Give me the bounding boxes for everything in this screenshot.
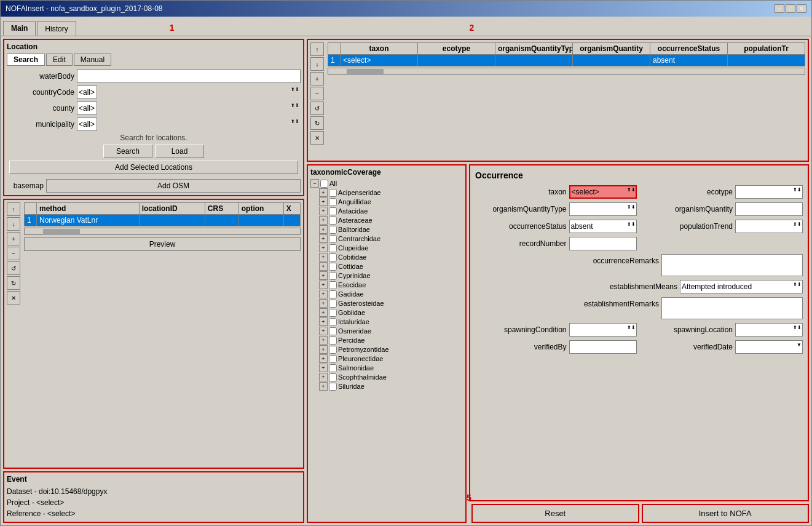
loc-minus-button[interactable]: − — [7, 247, 20, 260]
loc-up-button[interactable]: ↑ — [7, 202, 20, 216]
maximize-button[interactable]: □ — [786, 4, 795, 13]
tree-check-astacidae[interactable] — [329, 207, 337, 215]
tree-expand-salmonidae[interactable]: + — [319, 364, 328, 372]
waterbody-input[interactable] — [77, 70, 301, 83]
tree-expand-gobiidae[interactable]: + — [319, 308, 328, 317]
event-project[interactable]: Project - <select> — [7, 497, 301, 508]
table-row[interactable]: 1 Norwegian VatLnr — [25, 215, 301, 226]
loc-scrollbar-h[interactable] — [24, 228, 301, 235]
loc-redo2-button[interactable]: ↻ — [7, 276, 20, 290]
tree-expand-esocidae[interactable]: + — [319, 281, 328, 289]
tree-check-pleuronectidae[interactable] — [329, 355, 337, 363]
municipality-select[interactable]: <all> — [77, 118, 97, 131]
tab-history[interactable]: History — [37, 21, 76, 36]
occremarks-textarea[interactable] — [661, 254, 803, 276]
estremarks-textarea[interactable] — [661, 297, 803, 319]
estmeans-select[interactable]: Attempted introduced — [680, 280, 803, 293]
top-redo1-button[interactable]: ↺ — [310, 102, 324, 115]
tree-expand-gasterosteidae[interactable]: + — [319, 299, 328, 308]
table-row[interactable]: 1 <select> absent — [328, 55, 805, 66]
orgqtytype-select[interactable] — [569, 202, 637, 216]
tree-expand-anguillidae[interactable]: + — [319, 197, 328, 206]
occstatus-select[interactable]: absent — [569, 220, 637, 233]
close-button[interactable]: ✕ — [797, 4, 806, 13]
top-minus-button[interactable]: − — [310, 87, 324, 100]
tree-check-petromyzontidae[interactable] — [329, 346, 337, 354]
reset-button[interactable]: Reset — [471, 504, 639, 523]
tree-check-cobitidae[interactable] — [329, 253, 337, 261]
tree-expand-cobitidae[interactable]: + — [319, 253, 328, 261]
verifieddate-select[interactable] — [735, 340, 803, 354]
tree-check-salmonidae[interactable] — [329, 364, 337, 372]
tree-expand-siluridae[interactable]: + — [319, 382, 328, 391]
tree-check-gasterosteidae[interactable] — [329, 300, 337, 308]
top-redo2-button[interactable]: ↻ — [310, 116, 324, 130]
tree-expand-osmeridae[interactable]: + — [319, 327, 328, 335]
tree-expand-scophthalmidae[interactable]: + — [319, 373, 328, 381]
top-down-button[interactable]: ↓ — [310, 57, 324, 71]
top-up-button[interactable]: ↑ — [310, 42, 324, 56]
orgqty-input[interactable] — [735, 202, 803, 216]
tree-expand-cyprinidae[interactable]: + — [319, 271, 328, 280]
minimize-button[interactable]: − — [775, 4, 784, 13]
tree-expand-percidae[interactable]: + — [319, 336, 328, 345]
loc-plus-button[interactable]: + — [7, 232, 20, 245]
tree-check-centrarchidae[interactable] — [329, 235, 337, 243]
tree-check-all[interactable] — [320, 180, 328, 188]
ecotype-select[interactable] — [735, 185, 803, 199]
preview-button[interactable]: Preview — [24, 237, 301, 251]
load-button[interactable]: Load — [155, 145, 204, 158]
poptrend-select[interactable] — [735, 220, 803, 233]
search-button[interactable]: Search — [103, 145, 152, 158]
tree-expand-astacidae[interactable]: + — [319, 207, 328, 215]
tree-check-esocidae[interactable] — [329, 281, 337, 289]
tree-expand-cottidae[interactable]: + — [319, 262, 328, 271]
inner-tab-manual[interactable]: Manual — [74, 54, 111, 66]
top-plus-button[interactable]: + — [310, 72, 324, 86]
tree-check-balitoridae[interactable] — [329, 226, 337, 234]
tree-check-scophthalmidae[interactable] — [329, 373, 337, 381]
top-scrollbar-h[interactable] — [328, 68, 805, 75]
tree-expand-gadidae[interactable]: + — [319, 290, 328, 298]
tree-check-gadidae[interactable] — [329, 290, 337, 298]
tree-check-anguillidae[interactable] — [329, 198, 337, 206]
tree-expand-balitoridae[interactable]: + — [319, 225, 328, 234]
tree-expand-petromyzontidae[interactable]: + — [319, 345, 328, 354]
tree-check-clupeidae[interactable] — [329, 244, 337, 252]
add-locations-button[interactable]: Add Selected Locations — [9, 161, 298, 174]
top-x-button[interactable]: ✕ — [310, 131, 324, 145]
tree-expand-clupeidae[interactable]: + — [319, 244, 328, 252]
loc-x-button[interactable]: ✕ — [7, 291, 20, 305]
add-osm-button[interactable]: Add OSM — [46, 179, 301, 193]
tree-check-asteraceae[interactable] — [329, 217, 337, 225]
inner-tab-edit[interactable]: Edit — [46, 54, 73, 66]
tree-expand-asteraceae[interactable]: + — [319, 216, 328, 225]
tree-check-osmeridae[interactable] — [329, 327, 337, 335]
tree-check-siluridae[interactable] — [329, 383, 337, 391]
spawncond-select[interactable] — [569, 323, 637, 337]
loc-down-button[interactable]: ↓ — [7, 217, 20, 231]
tree-expand-ictaluridae[interactable]: + — [319, 317, 328, 326]
spawnloc-select[interactable] — [735, 323, 803, 337]
tree-check-cyprinidae[interactable] — [329, 272, 337, 280]
tree-expand-all[interactable]: − — [310, 179, 319, 188]
insert-button[interactable]: Insert to NOFA — [642, 504, 810, 523]
loc-redo1-button[interactable]: ↺ — [7, 261, 20, 275]
tree-check-ictaluridae[interactable] — [329, 318, 337, 326]
county-select[interactable]: <all> — [77, 102, 97, 115]
countrycode-select[interactable]: <all> — [77, 86, 97, 99]
event-dataset[interactable]: Dataset - doi:10.15468/dpgpyx — [7, 486, 301, 497]
tree-check-acipenseridae[interactable] — [329, 189, 337, 197]
event-reference[interactable]: Reference - <select> — [7, 508, 301, 519]
tree-check-gobiidae[interactable] — [329, 309, 337, 317]
tree-expand-centrarchidae[interactable]: + — [319, 234, 328, 243]
tree-check-percidae[interactable] — [329, 337, 337, 345]
tree-expand-pleuronectidae[interactable]: + — [319, 354, 328, 363]
tab-main[interactable]: Main — [3, 21, 36, 36]
verifiedby-input[interactable] — [569, 340, 637, 354]
tree-expand-acipenseridae[interactable]: + — [319, 188, 328, 197]
taxon-select[interactable]: <select> — [569, 185, 637, 199]
tree-check-cottidae[interactable] — [329, 263, 337, 271]
inner-tab-search[interactable]: Search — [7, 54, 45, 66]
recordnum-input[interactable] — [569, 237, 637, 250]
